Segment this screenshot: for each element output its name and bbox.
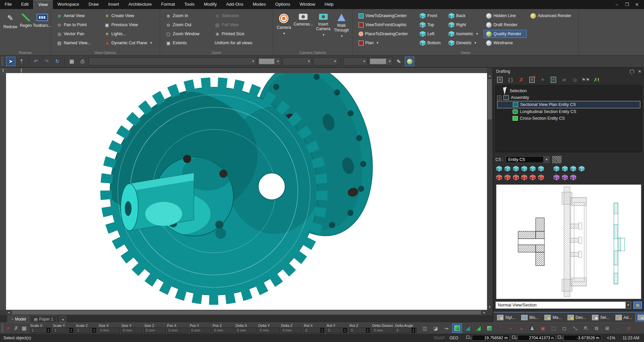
menu-modify[interactable]: Modify <box>199 0 221 9</box>
properties-button[interactable]: ▤ <box>633 301 642 309</box>
advanced-render-button[interactable]: Advanced Render <box>528 12 575 20</box>
coord-x-field[interactable]: 19.758582 m <box>472 335 509 341</box>
new-section-button[interactable]: ≡ <box>496 76 503 83</box>
spinner[interactable]: ▲▼ <box>69 328 73 333</box>
vertical-scrollbar[interactable]: ▲ ▼ <box>487 73 492 310</box>
tree-item-assembly[interactable]: − Assembly <box>497 94 640 101</box>
cs-view-right-icon[interactable] <box>521 166 527 172</box>
uniform-all-views-button[interactable]: Uniform for all views <box>212 39 269 47</box>
collapse-icon[interactable]: − <box>497 96 501 100</box>
ws-view-back-icon[interactable] <box>504 174 511 180</box>
menu-architecture[interactable]: Architecture <box>124 0 156 9</box>
cs-view-bottom-icon[interactable] <box>538 166 544 172</box>
selector-wand-icon[interactable]: ✦ <box>4 324 12 332</box>
workplane-area-icon[interactable] <box>484 324 494 333</box>
camera-button[interactable]: Camera ▼ <box>276 12 291 35</box>
minimize-button[interactable]: – <box>612 2 622 7</box>
ucs-view-iso-icon[interactable] <box>553 174 559 180</box>
tree-item-selection[interactable]: Selection <box>497 88 640 94</box>
workplane-grid-icon[interactable] <box>452 324 462 333</box>
undo-mark-icon[interactable]: ↺ <box>495 324 505 333</box>
redo-button[interactable]: ↷ <box>42 57 51 66</box>
delete-section-button[interactable]: ✗ <box>518 76 525 83</box>
menu-insert[interactable]: Insert <box>103 0 124 9</box>
view-cube-tool-icon[interactable]: ◫ <box>420 324 430 333</box>
no-frame-red-icon[interactable]: ⊠ <box>624 324 634 333</box>
ws-view-top-icon[interactable] <box>530 174 536 180</box>
tab-materials[interactable]: Ma... <box>542 314 564 322</box>
menu-window[interactable]: Window <box>295 0 320 9</box>
ws-view-right-icon[interactable] <box>521 174 527 180</box>
style-combo[interactable]: ▼ <box>89 57 256 65</box>
menu-options[interactable]: Options <box>271 0 295 9</box>
tab-advanced[interactable]: Ad... <box>613 314 634 322</box>
vertical-scroll-thumb[interactable] <box>488 79 492 119</box>
frame-small-icon[interactable]: ◻ <box>559 324 569 333</box>
insert-camera-button[interactable]: Insert Camera ▼ <box>315 12 331 37</box>
view-back-button[interactable]: Back <box>446 12 482 20</box>
named-view-button[interactable]: ▤Named View... <box>54 39 101 47</box>
toolbar-grip[interactable] <box>1 57 3 66</box>
menu-modes[interactable]: Modes <box>248 0 270 9</box>
deselect-icon[interactable]: ✗ <box>12 324 20 332</box>
scroll-left-icon[interactable]: ◄ <box>6 310 11 315</box>
tab-blocks[interactable]: Blo... <box>519 314 541 322</box>
paste-section-button[interactable]: ≡ <box>550 76 557 83</box>
menu-workspace[interactable]: Workspace <box>53 0 84 9</box>
tree-item-longitudinal-section[interactable]: Longitudinal Section Entity CS <box>497 108 640 115</box>
tab-model[interactable]: ◔ Model <box>7 316 30 323</box>
zoom-out-button[interactable]: ⊖Zoom Out <box>163 21 211 29</box>
printed-size-button[interactable]: ⊕Printed Size <box>212 30 269 38</box>
viewport-corner-button[interactable]: ↥ <box>0 68 6 73</box>
circle-tool-button[interactable]: ◎ <box>571 76 579 83</box>
tab-paper-1[interactable]: ▤ Paper 1 <box>30 316 57 323</box>
ws-view-front-icon[interactable] <box>496 174 502 180</box>
tab-drafting[interactable]: Dr... <box>635 314 644 322</box>
lineweight-combo[interactable]: ▼ <box>313 57 338 65</box>
ucs-view-dim-icon[interactable] <box>562 174 568 180</box>
render-mode-button[interactable] <box>405 57 414 66</box>
wireframe-button[interactable]: Wireframe <box>484 39 527 47</box>
menu-file[interactable]: File <box>0 0 16 9</box>
snap-toggle[interactable]: SNAP <box>434 336 445 340</box>
frame-red-icon[interactable]: ▣ <box>538 324 548 333</box>
spinner[interactable]: ▲▼ <box>366 328 370 333</box>
frame-arrows-icon[interactable]: ⤡ <box>570 324 580 333</box>
flag-section-button[interactable]: ≡ <box>528 76 536 83</box>
scroll-down-icon[interactable]: ▼ <box>487 304 492 310</box>
view-mode-combo[interactable]: Normal View/Section ▼ <box>495 301 631 309</box>
add-button[interactable]: + <box>539 76 546 83</box>
view-to-drawing-center-button[interactable]: ViewToDrawingCenter <box>356 12 416 20</box>
material-combo[interactable]: ▼ <box>369 57 393 65</box>
selection-info-button[interactable]: ▦ <box>67 57 76 66</box>
vector-pan-button[interactable]: ◎Vector Pan <box>54 30 101 38</box>
cs-view-iso-se-icon[interactable] <box>570 166 576 172</box>
undo-button[interactable]: ↶ <box>31 57 41 66</box>
hidden-line-button[interactable]: Hidden Line <box>484 12 527 20</box>
snap-magnet-icon[interactable]: ⌁ <box>506 324 516 333</box>
restore-button[interactable]: ❐ <box>622 2 632 7</box>
view-isometric-button[interactable]: Isometric▼ <box>446 30 482 38</box>
menu-edit[interactable]: Edit <box>16 0 33 9</box>
ruler-horizontal[interactable] <box>6 68 487 73</box>
plan-button[interactable]: Plan▼ <box>356 39 416 47</box>
zoom-extents-button[interactable]: ▣Extents <box>163 39 211 47</box>
select-tool-button[interactable]: ➤ <box>6 57 15 66</box>
tab-design[interactable]: Des... <box>565 314 588 322</box>
cs-view-top-icon[interactable] <box>530 166 536 172</box>
linetype-combo[interactable]: ▼ <box>282 57 312 65</box>
quality-render-button[interactable]: Quality Render <box>484 30 527 38</box>
box-up-icon[interactable]: ⇱ <box>581 324 591 333</box>
regen-button[interactable]: Regen <box>20 12 32 28</box>
cameras-button[interactable]: Cameras... <box>294 12 313 26</box>
spinner[interactable]: ▲▼ <box>47 328 50 333</box>
zoom-window-button[interactable]: ▢Zoom Window <box>163 30 211 38</box>
draft-render-button[interactable]: Draft Render <box>484 21 527 29</box>
view-bottom-button[interactable]: Bottom <box>417 39 445 47</box>
toolbars-button[interactable]: Toolbars... <box>35 12 50 28</box>
layer-combo[interactable]: ▼ <box>343 57 367 65</box>
horizontal-scroll-thumb[interactable] <box>12 310 481 315</box>
tab-scroll-left-button[interactable]: ◂ <box>59 316 66 323</box>
section-preview[interactable] <box>496 184 641 299</box>
boxes-icon[interactable]: ⧉ <box>592 324 601 333</box>
